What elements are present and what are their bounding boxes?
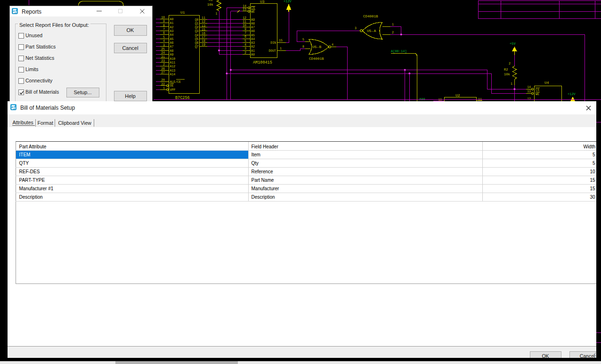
svg-text:U4: U4: [544, 81, 549, 85]
svg-text:10k: 10k: [504, 73, 510, 76]
svg-text:A10: A10: [170, 57, 176, 61]
svg-text:A8: A8: [251, 22, 255, 25]
svg-text:VPP: VPP: [170, 89, 176, 92]
svg-text:11: 11: [202, 16, 205, 20]
svg-text:Q4: Q4: [195, 34, 199, 37]
svg-text:21: 21: [161, 56, 165, 59]
svg-text:5: 5: [163, 36, 165, 39]
svg-text:DOUT: DOUT: [268, 49, 276, 53]
svg-text:A5: A5: [251, 34, 255, 37]
svg-text:A13: A13: [170, 69, 176, 73]
svg-text:8: 8: [163, 24, 165, 27]
svg-text:A9: A9: [251, 18, 255, 22]
svg-text:Q7: Q7: [195, 45, 199, 49]
svg-text:+12V: +12V: [568, 92, 576, 96]
svg-text:Q3: Q3: [195, 30, 199, 33]
svg-text:25: 25: [161, 48, 165, 51]
svg-text:26: 26: [161, 67, 165, 71]
svg-text:9: 9: [163, 20, 165, 23]
svg-text:8: 8: [302, 45, 304, 49]
svg-text:A0: A0: [170, 18, 174, 21]
svg-text:1: 1: [163, 87, 165, 90]
svg-text:Q5: Q5: [195, 38, 199, 41]
svg-text:1: 1: [511, 82, 512, 86]
svg-text:CD4001B: CD4001B: [363, 15, 378, 18]
svg-text:WE: WE: [536, 93, 539, 96]
svg-text:3: 3: [163, 44, 165, 47]
svg-text:U1: U1: [180, 10, 185, 15]
svg-text:R2: R2: [504, 68, 508, 72]
svg-text:A0: A0: [251, 53, 255, 57]
svg-text:A3: A3: [170, 30, 174, 33]
svg-text:5: 5: [244, 40, 246, 43]
svg-text:WE: WE: [251, 10, 255, 14]
svg-text:4: 4: [163, 40, 165, 43]
svg-text:19: 19: [202, 43, 205, 47]
svg-text:A2: A2: [251, 45, 255, 49]
svg-text:16: 16: [202, 32, 205, 35]
svg-text:+12V: +12V: [284, 0, 292, 3]
svg-text:10k: 10k: [207, 3, 213, 7]
svg-text:+5V: +5V: [510, 42, 516, 46]
svg-text:9: 9: [244, 28, 246, 31]
svg-text:A6: A6: [251, 30, 255, 33]
svg-text:A11: A11: [170, 61, 176, 65]
svg-text:23: 23: [161, 59, 165, 63]
svg-text:Q2: Q2: [195, 26, 199, 29]
svg-text:1: 1: [392, 23, 394, 26]
svg-text:U5-B: U5-B: [312, 45, 321, 49]
svg-text:1: 1: [280, 47, 282, 50]
svg-text:14: 14: [527, 86, 531, 89]
svg-text:4: 4: [332, 43, 333, 47]
svg-text:Q0: Q0: [195, 18, 199, 22]
svg-text:7: 7: [244, 32, 246, 35]
svg-text:1: 1: [216, 12, 218, 16]
svg-text:A3: A3: [251, 41, 255, 45]
svg-text:13: 13: [527, 90, 531, 93]
svg-text:6: 6: [163, 32, 165, 35]
svg-text:A9: A9: [170, 53, 174, 57]
svg-text:A5: A5: [170, 38, 174, 41]
svg-text:U2: U2: [455, 93, 460, 97]
svg-text:24: 24: [161, 51, 165, 55]
svg-text:2: 2: [509, 62, 511, 65]
svg-text:2: 2: [163, 63, 165, 66]
svg-text:CS: CS: [536, 89, 539, 92]
svg-text:4: 4: [244, 43, 246, 47]
svg-text:DIN: DIN: [270, 41, 276, 45]
svg-text:A7: A7: [170, 45, 174, 49]
svg-text:14: 14: [243, 5, 246, 8]
svg-text:2: 2: [392, 31, 394, 34]
svg-text:A4: A4: [251, 38, 255, 41]
svg-text:R1: R1: [209, 0, 212, 2]
svg-text:2: 2: [244, 51, 246, 55]
svg-text:A7: A7: [251, 26, 255, 29]
svg-text:Q1: Q1: [195, 22, 199, 25]
svg-text:10: 10: [243, 24, 246, 27]
svg-text:A12: A12: [170, 65, 176, 68]
svg-text:3: 3: [355, 27, 357, 30]
svg-text:CS: CS: [251, 7, 255, 10]
svg-text:A1: A1: [251, 49, 255, 53]
svg-text:22: 22: [161, 83, 165, 86]
svg-text:17: 17: [202, 36, 205, 39]
svg-text:A00: A00: [419, 97, 425, 101]
svg-text:10: 10: [161, 16, 165, 19]
svg-text:A14: A14: [170, 73, 176, 76]
svg-text:A4: A4: [170, 33, 174, 37]
svg-text:A8: A8: [170, 49, 174, 53]
svg-text:AM100415: AM100415: [253, 60, 272, 65]
svg-text:15: 15: [202, 28, 205, 32]
svg-text:A6: A6: [170, 41, 174, 45]
svg-text:U5-A: U5-A: [367, 29, 376, 33]
svg-text:7: 7: [163, 28, 165, 31]
svg-text:12: 12: [243, 16, 246, 20]
svg-text:A1: A1: [170, 22, 174, 25]
svg-text:20: 20: [161, 79, 165, 82]
svg-text:5: 5: [302, 38, 304, 41]
svg-text:11: 11: [243, 20, 246, 24]
svg-text:12: 12: [527, 97, 531, 101]
svg-text:15: 15: [279, 39, 283, 42]
svg-text:27: 27: [161, 71, 165, 74]
svg-text:A[00:14]: A[00:14]: [391, 49, 407, 53]
